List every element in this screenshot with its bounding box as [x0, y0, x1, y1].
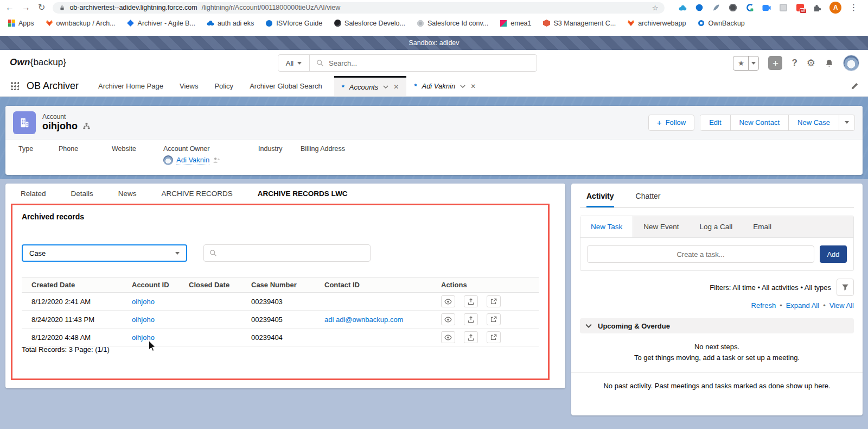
gray-square-extension-icon[interactable] — [778, 3, 788, 12]
account-id-link[interactable]: oihjoho — [132, 298, 155, 306]
nav-item-archiver-global-search[interactable]: Archiver Global Search — [250, 82, 322, 90]
close-icon[interactable]: ✕ — [393, 83, 399, 91]
bookmark-ownbackup-arch[interactable]: ownbackup / Arch... — [46, 20, 116, 27]
tab-details[interactable]: Details — [71, 190, 93, 198]
tab-chatter[interactable]: Chatter — [636, 192, 661, 207]
camera-extension-icon[interactable] — [762, 3, 771, 12]
new-case-button[interactable]: New Case — [789, 115, 839, 130]
browser-forward-icon[interactable]: → — [22, 3, 30, 12]
feather-extension-icon[interactable] — [711, 3, 721, 12]
composer-tab-log-a-call[interactable]: Log a Call — [690, 216, 743, 237]
new-contact-button[interactable]: New Contact — [731, 115, 789, 130]
open-record-button[interactable] — [487, 331, 501, 343]
view-record-button[interactable] — [441, 331, 455, 343]
favorites-widget[interactable]: ★ — [733, 56, 759, 71]
object-select[interactable]: Case — [22, 244, 187, 262]
browser-refresh-icon[interactable]: ↻ — [38, 3, 45, 12]
help-icon[interactable]: ? — [792, 58, 797, 68]
close-icon[interactable]: ✕ — [470, 83, 476, 90]
tab-related[interactable]: Related — [21, 190, 46, 198]
chevron-down-icon[interactable] — [383, 85, 388, 89]
bookmark-auth-adi-eks[interactable]: auth adi eks — [207, 20, 254, 27]
view-record-button[interactable] — [441, 295, 455, 307]
c-green-extension-icon[interactable] — [745, 3, 755, 12]
bookmark-ownbackup[interactable]: OwnBackup — [697, 20, 744, 27]
restore-record-button[interactable] — [464, 331, 478, 343]
restore-record-button[interactable] — [464, 313, 478, 325]
composer-tab-new-event[interactable]: New Event — [633, 216, 689, 237]
hierarchy-icon[interactable] — [82, 122, 91, 130]
dark-circle-extension-icon[interactable] — [728, 3, 738, 12]
more-actions-button[interactable] — [839, 115, 854, 130]
account-id-link[interactable]: oihjoho — [132, 316, 155, 324]
bookmark-s3-management-c[interactable]: S3 Management C... — [543, 20, 616, 27]
create-task-input[interactable] — [587, 245, 814, 263]
adblock-extension-icon[interactable]: off — [795, 3, 805, 12]
view-record-button[interactable] — [441, 313, 455, 325]
favorites-caret[interactable] — [748, 56, 758, 70]
search-icon — [209, 249, 217, 257]
address-bar[interactable]: ob-archivertest--adidev.lightning.force.… — [53, 2, 665, 14]
browser-chrome: ← → ↻ ob-archivertest--adidev.lightning.… — [0, 0, 868, 36]
chevron-down-icon[interactable] — [460, 85, 465, 88]
workspace-tab-accounts[interactable]: *Accounts✕ — [334, 76, 407, 96]
cell-actions — [437, 311, 539, 329]
nav-item-archiver-home-page[interactable]: Archiver Home Page — [98, 82, 163, 90]
open-record-button[interactable] — [487, 313, 501, 325]
account-owner-link[interactable]: Adi Vaknin — [176, 156, 209, 165]
tab-archive-records-lwc[interactable]: ARCHIVE RECORDS LWC — [258, 190, 348, 198]
record-detail-card: RelatedDetailsNewsARCHIVE RECORDSARCHIVE… — [5, 184, 565, 388]
gear-icon[interactable]: ⚙︎ — [807, 58, 815, 68]
activity-panel: ActivityChatter New TaskNew EventLog a C… — [571, 184, 863, 415]
tab-activity[interactable]: Activity — [586, 192, 614, 207]
bookmark-salesforce-develo[interactable]: Salesforce Develo... — [334, 20, 405, 27]
favorites-star-icon[interactable]: ★ — [733, 59, 748, 67]
follow-button[interactable]: +Follow — [648, 115, 694, 131]
expand-all-link[interactable]: Expand All — [786, 301, 819, 310]
blue-circle-extension-icon[interactable] — [694, 3, 704, 12]
upcoming-overdue-section[interactable]: Upcoming & Overdue — [580, 318, 854, 333]
add-task-button[interactable]: Add — [820, 245, 847, 263]
browser-menu-icon[interactable]: ⋮ — [849, 3, 858, 12]
tab-archive-records[interactable]: ARCHIVE RECORDS — [162, 190, 233, 198]
composer-tabs: New TaskNew EventLog a CallEmail — [580, 216, 853, 238]
composer-tab-new-task[interactable]: New Task — [580, 216, 633, 237]
refresh-link[interactable]: Refresh — [751, 301, 776, 310]
bookmark-star-icon[interactable]: ☆ — [652, 4, 659, 12]
puzzle-extensions-icon[interactable] — [812, 3, 822, 12]
contact-id-link[interactable]: adi adi@ownbackup.com — [324, 316, 403, 324]
bookmark-emea1[interactable]: emea1 — [500, 20, 531, 27]
user-avatar[interactable] — [843, 55, 859, 71]
composer-tab-email[interactable]: Email — [743, 216, 782, 237]
field-type: Type — [18, 145, 59, 165]
filter-funnel-button[interactable] — [837, 279, 854, 296]
bookmark-archiver-agile-b[interactable]: Archiver - Agile B... — [127, 20, 195, 27]
tab-news[interactable]: News — [118, 190, 137, 198]
change-owner-icon[interactable] — [213, 157, 220, 163]
bell-icon[interactable] — [825, 59, 834, 68]
bookmark-apps[interactable]: Apps — [8, 20, 34, 27]
nav-item-policy[interactable]: Policy — [214, 82, 233, 90]
workspace-tab-adi-vaknin[interactable]: *Adi Vaknin✕ — [406, 76, 483, 96]
records-search-box[interactable] — [203, 244, 371, 262]
app-name: OB Archiver — [27, 80, 79, 92]
search-scope-dropdown[interactable]: All — [278, 55, 310, 71]
bookmark-salesforce-id-conv[interactable]: Salesforce Id conv... — [417, 20, 488, 27]
open-record-button[interactable] — [487, 295, 501, 307]
nav-item-views[interactable]: Views — [180, 82, 198, 90]
view-all-link[interactable]: View All — [829, 301, 854, 310]
bookmark-isvforce-guide[interactable]: ISVforce Guide — [265, 20, 322, 27]
highlights-fields: TypePhoneWebsiteAccount OwnerAdi VakninI… — [5, 140, 863, 165]
ring-icon — [697, 20, 705, 27]
global-actions-icon[interactable]: + — [768, 56, 782, 70]
browser-profile-avatar[interactable]: A — [829, 2, 841, 14]
edit-pencil-icon[interactable] — [851, 83, 858, 90]
restore-record-button[interactable] — [464, 295, 478, 307]
bookmark-archiverwebapp[interactable]: archiverwebapp — [627, 20, 686, 27]
browser-back-icon[interactable]: ← — [5, 3, 14, 12]
edit-button[interactable]: Edit — [700, 115, 730, 130]
global-search-input[interactable] — [329, 59, 530, 67]
cloud-extension-icon[interactable] — [678, 3, 687, 12]
app-launcher-icon[interactable] — [11, 82, 19, 90]
chevron-down-icon — [585, 324, 592, 328]
